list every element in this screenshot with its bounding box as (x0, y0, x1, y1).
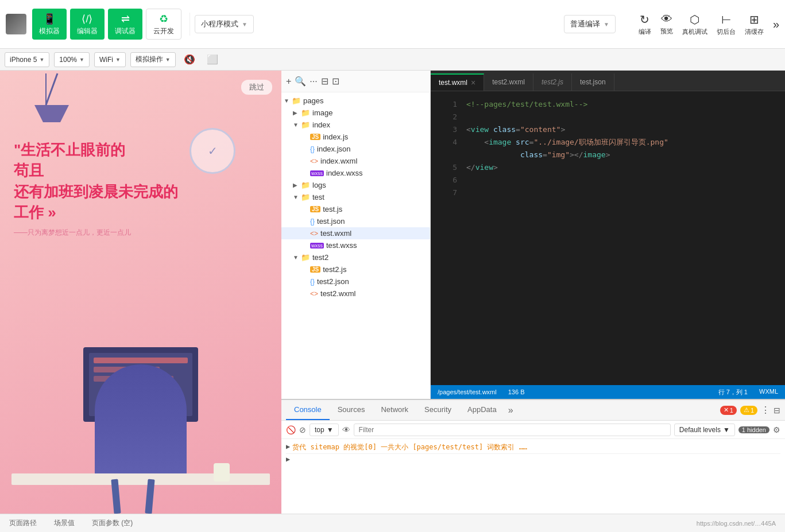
tree-item-pages[interactable]: ▼📁pages (281, 95, 430, 107)
tree-item-test2-json[interactable]: {}test2.json (281, 275, 430, 288)
realtest-action[interactable]: ⬡ 真机调试 (682, 13, 707, 36)
file-tree-content: ▼📁pages▶📁image▼📁indexJSindex.js{}index.j… (281, 92, 430, 399)
simulator-label: 模拟器 (39, 26, 60, 36)
page-params-item[interactable]: 页面参数 (空) (92, 518, 133, 528)
zoom-label: 100% (59, 56, 77, 64)
console-settings-button[interactable]: ⚙ (773, 425, 780, 434)
editor-tab-test-wxml[interactable]: test.wxml× (431, 73, 484, 91)
tree-item-test-wxml[interactable]: <>test.wxml (281, 227, 430, 239)
statusbar-size: 136 B (508, 389, 525, 395)
code-text: <view class="content"> (466, 123, 776, 136)
tree-item-test2-wxml[interactable]: <>test2.wxml (281, 288, 430, 300)
simulate-op-select[interactable]: 模拟操作 ▼ (130, 52, 176, 67)
simulator-button[interactable]: 📱 模拟器 (32, 9, 67, 40)
devtools-tab-network[interactable]: Network (373, 400, 416, 420)
preview-action[interactable]: 👁 预览 (660, 13, 673, 36)
devtools-tab-security[interactable]: Security (416, 400, 459, 420)
js-icon: JS (310, 134, 320, 140)
error-x-icon: ✕ (724, 406, 729, 414)
console-top-select[interactable]: top ▼ (310, 424, 339, 436)
console-stop-button[interactable]: ⊘ (299, 425, 306, 434)
clearcache-action[interactable]: ⊞ 清缓存 (745, 13, 764, 36)
editor-button[interactable]: ⟨/⟩ 编辑器 (70, 9, 105, 40)
illustration: 跳过 "生活不止眼前的苟且还有加班到凌晨未完成的工作 » ——只为离梦想近一点儿… (0, 71, 281, 514)
fullscreen-button[interactable]: ⬜ (203, 53, 222, 66)
statusbar-path: /pages/test/test.wxml (438, 389, 497, 395)
tree-arrow: ▶ (293, 110, 301, 116)
console-eye-button[interactable]: 👁 (342, 425, 350, 434)
tree-item-test-json[interactable]: {}test.json (281, 215, 430, 227)
devtools-menu-button[interactable]: ⋮ (761, 405, 770, 415)
tree-item-test2-js[interactable]: JStest2.js (281, 263, 430, 275)
wxml-icon: <> (310, 157, 318, 165)
panel-toggle-button[interactable]: ⊡ (332, 76, 339, 87)
mode-select[interactable]: 小程序模式 ▼ (195, 15, 254, 33)
editor-tab-test2-wxml[interactable]: test2.wxml (484, 73, 533, 91)
warn-count: 1 (751, 407, 754, 414)
tree-item-test-wxss[interactable]: wxsstest.wxss (281, 239, 430, 251)
tab-close-icon[interactable]: × (471, 78, 475, 87)
tree-item-image[interactable]: ▶📁image (281, 107, 430, 119)
compile-label: 普通编译 (570, 19, 600, 29)
network-arrow-icon: ▼ (115, 57, 121, 63)
zoom-select[interactable]: 100% ▼ (54, 52, 90, 67)
wxss-icon: wxss (310, 243, 324, 248)
layers-icon: ⊞ (749, 13, 759, 26)
devtools-tab-appdata[interactable]: AppData (459, 400, 505, 420)
simulator-panel: 跳过 "生活不止眼前的苟且还有加班到凌晨未完成的工作 » ——只为离梦想近一点儿… (0, 71, 281, 514)
tree-item-test-js[interactable]: JStest.js (281, 203, 430, 215)
console-expand-icon[interactable]: ▶ (286, 442, 290, 451)
tree-item-index-wxss[interactable]: wxssindex.wxss (281, 167, 430, 179)
tree-item-index-wxml[interactable]: <>index.wxml (281, 155, 430, 167)
tree-item-index-json[interactable]: {}index.json (281, 143, 430, 155)
toolbar-divider (190, 13, 190, 36)
mode-label: 小程序模式 (201, 19, 238, 29)
network-select[interactable]: WiFi ▼ (94, 52, 126, 67)
page-path-item[interactable]: 页面路径 (9, 518, 37, 528)
tab-label: test2.wxml (492, 78, 525, 86)
mute-button[interactable]: 🔇 (180, 53, 199, 66)
console-expand-btn[interactable]: ▶ (286, 455, 290, 463)
editor-panel: test.wxml×test2.wxmltest2.jstest.json 1<… (431, 71, 785, 399)
tree-item-index[interactable]: ▼📁index (281, 119, 430, 131)
skip-button[interactable]: 跳过 (241, 80, 272, 95)
tab-label: test.wxml (439, 79, 467, 87)
code-line: 2 (431, 111, 785, 123)
toolbar-actions: ↻ 编译 👁 预览 ⬡ 真机调试 ⊢ 切后台 ⊞ 清缓存 » (639, 13, 779, 36)
console-level-select[interactable]: Default levels ▼ (674, 424, 735, 436)
compile-action[interactable]: ↻ 编译 (639, 13, 651, 36)
new-file-button[interactable]: + (286, 76, 291, 87)
console-clear-button[interactable]: 🚫 (286, 425, 296, 434)
code-text: </view> (466, 161, 776, 174)
editor-area: + 🔍 ··· ⊟ ⊡ ▼📁pages▶📁image▼📁indexJSindex… (281, 71, 785, 399)
devtools-tab-more[interactable]: » (505, 405, 517, 415)
debug-button[interactable]: ⇌ 调试器 (108, 9, 142, 40)
filter-file-button[interactable]: ⊟ (321, 76, 328, 87)
json-icon: {} (310, 145, 315, 153)
folder-icon: 📁 (301, 181, 310, 189)
compile-select[interactable]: 普通编译 ▼ (564, 15, 616, 33)
devtools-dock-button[interactable]: ⊟ (774, 406, 780, 415)
console-filter-input[interactable] (354, 424, 671, 436)
search-file-button[interactable]: 🔍 (295, 76, 306, 87)
tree-item-test[interactable]: ▼📁test (281, 191, 430, 203)
editor-tab-test2-js[interactable]: test2.js (533, 73, 572, 91)
scene-value-item[interactable]: 场景值 (54, 518, 75, 528)
tree-item-index-js[interactable]: JSindex.js (281, 131, 430, 143)
tree-label: index.wxss (326, 169, 363, 177)
network-label: WiFi (99, 56, 113, 64)
more-file-button[interactable]: ··· (310, 76, 317, 87)
device-select[interactable]: iPhone 5 ▼ (5, 52, 49, 67)
cutback-action[interactable]: ⊢ 切后台 (717, 13, 736, 36)
devtools-tab-console[interactable]: Console (286, 400, 330, 420)
clearcache-label: 清缓存 (745, 28, 764, 36)
console-top-label: top (315, 426, 324, 434)
more-action[interactable]: » (773, 18, 779, 31)
cloud-button[interactable]: ♻ 云开发 (146, 9, 181, 40)
devtools-tab-sources[interactable]: Sources (330, 400, 373, 420)
editor-tab-test-json[interactable]: test.json (572, 73, 614, 91)
tree-item-logs[interactable]: ▶📁logs (281, 179, 430, 191)
file-tree-panel: + 🔍 ··· ⊟ ⊡ ▼📁pages▶📁image▼📁indexJSindex… (281, 71, 431, 399)
tree-item-test2[interactable]: ▼📁test2 (281, 251, 430, 263)
json-icon: {} (310, 278, 315, 286)
